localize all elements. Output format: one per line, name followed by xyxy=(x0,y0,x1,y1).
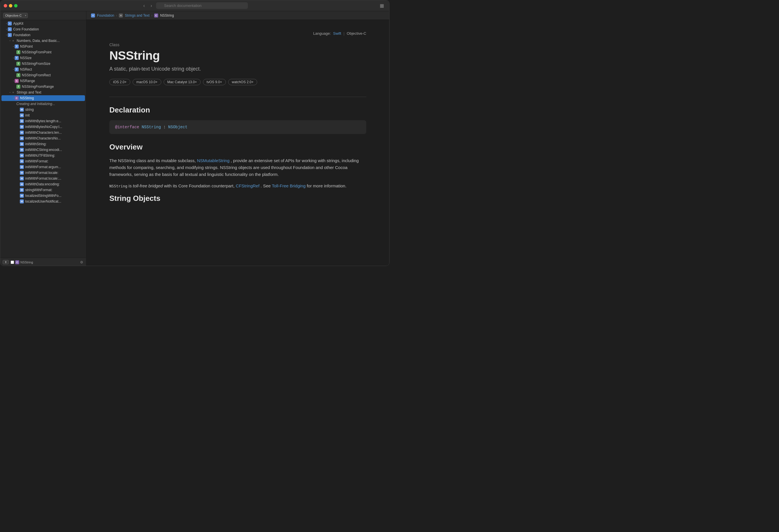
sidebar-item-nssize[interactable]: › T NSSize xyxy=(1,55,85,61)
func-icon: f xyxy=(16,85,20,89)
sidebar-item-label: Numbers, Data, and Basic... xyxy=(17,39,60,43)
sidebar-item-initwithbytesnocopy[interactable]: M initWithBytesNoCopy:l... xyxy=(1,124,85,130)
overview-para-2: NSString is toll-free bridged with its C… xyxy=(109,183,366,189)
code-classname: NSString xyxy=(141,125,161,129)
sidebar-item-nsstringfromrect[interactable]: f NSStringFromRect xyxy=(1,72,85,78)
sidebar-item-initwithcharacterslen[interactable]: M initWithCharacters:len... xyxy=(1,130,85,135)
sidebar-item-initwithcharactersno[interactable]: M initWithCharactersNo... xyxy=(1,135,85,141)
sidebar-item-nspoint[interactable]: › T NSPoint xyxy=(1,44,85,49)
swift-lang-link[interactable]: Swift xyxy=(333,31,341,36)
nsstring-code-inline: NSString xyxy=(109,184,127,188)
sidebar-item-localizedstringwithfo[interactable]: M localizedStringWithFo... xyxy=(1,193,85,199)
method-icon: M xyxy=(20,108,24,112)
type-icon: T xyxy=(15,67,19,71)
traffic-lights xyxy=(4,4,17,7)
core-foundation-icon: ≡ xyxy=(8,27,12,31)
overview-text6: for more information. xyxy=(307,183,347,188)
sidebar-item-appkit[interactable]: › ≡ AppKit xyxy=(1,21,85,26)
toll-free-link[interactable]: Toll-Free Bridging xyxy=(272,183,306,188)
lang-selector: Objective-C Swift ▾ xyxy=(0,11,86,20)
sidebar-item-stringwithformat[interactable]: M stringWithFormat: xyxy=(1,187,85,193)
sidebar-item-nsstringfromsize[interactable]: f NSStringFromSize xyxy=(1,61,85,67)
sidebar-item-initwithstring[interactable]: M initWithString: xyxy=(1,141,85,147)
method-icon: M xyxy=(20,182,24,186)
sidebar-item-nsstringfrompoint[interactable]: f NSStringFromPoint xyxy=(1,49,85,55)
sidebar-item-initwithformatlocale[interactable]: M initWithFormat:locale: xyxy=(1,170,85,176)
titlebar: ‹ › 🔍 ▦ xyxy=(0,0,389,11)
sidebar-item-initwithcstring[interactable]: M initWithCString:encodi... xyxy=(1,147,85,153)
func-icon: f xyxy=(16,73,20,77)
sidebar-item-label: NSRect xyxy=(20,67,32,71)
sidebar-item-label: NSStringFromRange xyxy=(22,85,54,89)
sidebar-item-label: NSPoint xyxy=(20,45,33,49)
sidebar-item-init[interactable]: M init xyxy=(1,113,85,118)
code-keyword: @interface xyxy=(115,125,139,129)
chevron-down-icon: › xyxy=(12,98,15,99)
debug-badge: ⬆ xyxy=(3,260,9,264)
sidebar-item-foundation[interactable]: › ≡ Foundation xyxy=(1,32,85,38)
bottom-right: ⚙ xyxy=(79,260,84,265)
chevron-down-icon: › xyxy=(5,35,8,36)
availability-badges: iOS 2.0+ macOS 10.0+ Mac Catalyst 13.0+ … xyxy=(109,79,366,85)
overview-para-1: The NSString class and its mutable subcl… xyxy=(109,157,366,178)
breadcrumb-strings-link[interactable]: Strings and Text xyxy=(125,13,149,17)
sidebar-item-nsrange[interactable]: › S NSRange xyxy=(1,78,85,84)
method-icon: M xyxy=(20,119,24,123)
fullscreen-button[interactable] xyxy=(14,4,17,7)
sidebar-item-nsstringfromrange[interactable]: f NSStringFromRange xyxy=(1,84,85,89)
method-icon: M xyxy=(20,153,24,157)
page-title: NSString xyxy=(109,49,366,63)
sidebar-item-strings-and-text[interactable]: › ≡ Strings and Text xyxy=(1,89,85,95)
nsmutablestring-link[interactable]: NSMutableString xyxy=(197,158,229,163)
lang-switcher: Language: Swift | Objective-C xyxy=(109,31,366,36)
sidebar-item-initwithdataencoding[interactable]: M initWithData:encoding: xyxy=(1,181,85,187)
method-icon: M xyxy=(20,113,24,117)
forward-button[interactable]: › xyxy=(149,3,154,9)
language-select[interactable]: Objective-C Swift xyxy=(3,13,28,18)
chevron-down-icon: › xyxy=(12,69,15,70)
search-input[interactable] xyxy=(156,2,248,9)
sidebar-item-nsstring[interactable]: › C NSString xyxy=(1,95,85,101)
sidebar-item-string[interactable]: M string xyxy=(1,107,85,113)
sidebar-item-initwithutf8[interactable]: M initWithUTF8String: xyxy=(1,153,85,158)
method-icon: M xyxy=(20,131,24,135)
sidebar-item-creating-init[interactable]: Creating and Initializing... xyxy=(1,101,85,107)
nsstring-checkbox[interactable] xyxy=(11,261,14,264)
avail-badge-macos: macOS 10.0+ xyxy=(133,79,161,85)
method-icon: M xyxy=(20,165,24,169)
sidebar-item-localizedusernotificat[interactable]: M localizedUserNotificat... xyxy=(1,199,85,204)
sidebar-item-core-foundation[interactable]: › ≡ Core Foundation xyxy=(1,26,85,32)
chevron-down-icon: › xyxy=(12,58,15,59)
breadcrumb-foundation-link[interactable]: Foundation xyxy=(97,13,114,17)
sidebar-column: Objective-C Swift ▾ › ≡ AppKit xyxy=(0,11,86,266)
objc-lang-label: Objective-C xyxy=(347,31,366,36)
cfstringref-link[interactable]: CFStringRef xyxy=(236,183,259,188)
sidebar-item-label: localizedUserNotificat... xyxy=(25,199,61,203)
sidebar-toggle-button[interactable]: ▦ xyxy=(378,2,386,9)
func-icon: f xyxy=(16,50,20,54)
sidebar-item-label: initWithCharactersNo... xyxy=(25,136,61,140)
content-area-wrapper: ≡ Foundation › ≡ Strings and Text › C NS… xyxy=(86,11,389,266)
sidebar-item-nsrect[interactable]: › T NSRect xyxy=(1,67,85,72)
method-icon: M xyxy=(20,142,24,146)
sidebar-item-numbers-data[interactable]: › ≡ Numbers, Data, and Basic... xyxy=(1,38,85,44)
sidebar-item-label: Creating and Initializing... xyxy=(16,102,55,106)
strings-breadcrumb-icon: ≡ xyxy=(119,13,123,17)
class-icon: C xyxy=(15,96,19,100)
sidebar-item-initwithbytes[interactable]: M initWithBytes:length:e... xyxy=(1,118,85,124)
sidebar-item-initwithformatargum[interactable]: M initWithFormat:argum... xyxy=(1,164,85,170)
bottom-bar: ⬆ C NSString ⚙ xyxy=(0,258,86,266)
sidebar-item-initwithformat[interactable]: M initWithFormat: xyxy=(1,158,85,164)
nsstring-label: NSString xyxy=(20,261,33,264)
sidebar-item-label: NSStringFromSize xyxy=(22,62,50,66)
sidebar-item-initwithformatlocale2[interactable]: M initWithFormat:locale:... xyxy=(1,176,85,181)
settings-button[interactable]: ⚙ xyxy=(79,260,84,265)
back-button[interactable]: ‹ xyxy=(141,3,146,9)
sidebar-item-label: stringWithFormat: xyxy=(25,188,53,192)
sidebar-item-label: localizedStringWithFo... xyxy=(25,194,61,198)
sidebar-item-label: initWithBytes:length:e... xyxy=(25,119,61,123)
minimize-button[interactable] xyxy=(9,4,12,7)
sidebar-item-label: AppKit xyxy=(13,21,23,25)
overview-text1: The NSString class and its mutable subcl… xyxy=(109,158,196,163)
close-button[interactable] xyxy=(4,4,7,7)
